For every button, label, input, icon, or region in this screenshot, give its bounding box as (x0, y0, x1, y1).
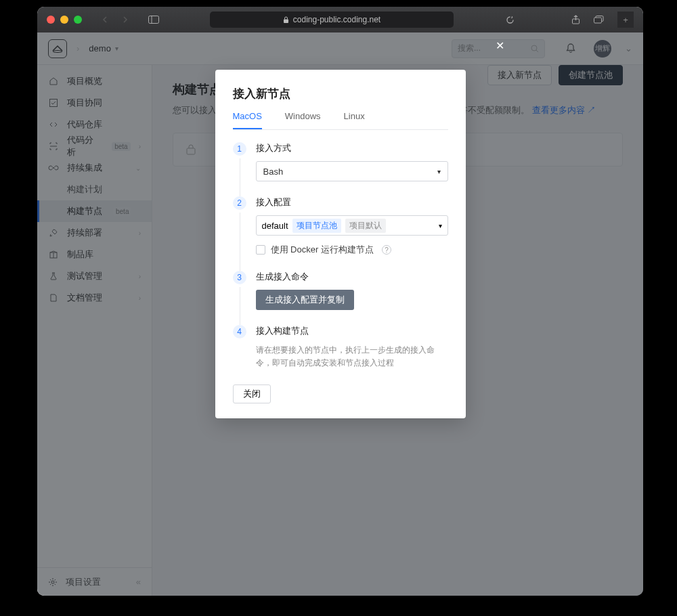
caret-down-icon: ▾ (439, 222, 442, 229)
svg-rect-5 (594, 18, 601, 23)
step-1: 1 接入方式 Bash ▾ (233, 142, 448, 181)
step-number: 4 (233, 325, 246, 338)
step-label: 接入方式 (256, 142, 448, 154)
maximize-window[interactable] (74, 16, 82, 24)
step-label: 生成接入命令 (256, 271, 448, 283)
sidebar-toggle-icon[interactable] (144, 12, 163, 27)
select-value: Bash (263, 167, 284, 177)
step-number: 3 (233, 271, 246, 284)
modal-close-button[interactable]: 关闭 (233, 384, 271, 403)
step-3: 3 生成接入命令 生成接入配置并复制 (233, 271, 448, 310)
tab-windows[interactable]: Windows (285, 111, 321, 129)
modal-close-x[interactable]: ✕ (496, 39, 504, 52)
caret-down-icon: ▾ (437, 168, 441, 175)
step-number: 2 (233, 196, 246, 210)
pool-select[interactable]: default 项目节点池 项目默认 ▾ (256, 215, 448, 236)
tab-linux[interactable]: Linux (344, 111, 365, 129)
back-button[interactable] (95, 12, 114, 27)
docker-checkbox-row: 使用 Docker 运行构建节点 ? (256, 244, 448, 256)
checkbox-label: 使用 Docker 运行构建节点 (271, 244, 374, 256)
tab-macos[interactable]: MacOS (233, 111, 262, 129)
step-label: 接入配置 (256, 196, 448, 208)
step-label: 接入构建节点 (256, 325, 448, 337)
browser-titlebar: coding-public.coding.net + (37, 7, 643, 32)
reload-icon[interactable] (500, 12, 519, 27)
generate-copy-button[interactable]: 生成接入配置并复制 (256, 290, 354, 310)
lock-icon (283, 16, 289, 24)
minimize-window[interactable] (60, 16, 68, 24)
help-icon[interactable]: ? (382, 245, 391, 255)
select-value: default (262, 221, 288, 231)
modal-overlay: ✕ 接入新节点 MacOS Windows Linux 1 接入方式 Bash … (37, 32, 643, 596)
docker-checkbox[interactable] (256, 245, 265, 255)
modal-title: 接入新节点 (233, 86, 448, 102)
tabs-icon[interactable] (589, 12, 608, 27)
step-4: 4 接入构建节点 请在想要接入的节点中，执行上一步生成的接入命令，即可自动完成安… (233, 325, 448, 370)
connect-node-modal: 接入新节点 MacOS Windows Linux 1 接入方式 Bash ▾ (215, 70, 466, 418)
url-text: coding-public.coding.net (293, 15, 380, 24)
pool-chip-default: 项目默认 (345, 219, 386, 233)
svg-rect-2 (284, 19, 288, 23)
os-tabs: MacOS Windows Linux (233, 111, 448, 130)
step-help-text: 请在想要接入的节点中，执行上一步生成的接入命令，即可自动完成安装和节点接入过程 (256, 344, 448, 370)
address-bar[interactable]: coding-public.coding.net (210, 12, 454, 28)
new-tab-button[interactable]: + (617, 12, 634, 28)
close-window[interactable] (47, 16, 55, 24)
access-method-select[interactable]: Bash ▾ (256, 161, 448, 181)
pool-chip: 项目节点池 (292, 219, 341, 233)
svg-rect-0 (149, 16, 159, 24)
traffic-lights (47, 16, 82, 24)
step-number: 1 (233, 142, 246, 156)
share-icon[interactable] (566, 12, 585, 27)
forward-button[interactable] (116, 12, 135, 27)
step-2: 2 接入配置 default 项目节点池 项目默认 ▾ 使用 Docker 运行… (233, 196, 448, 256)
